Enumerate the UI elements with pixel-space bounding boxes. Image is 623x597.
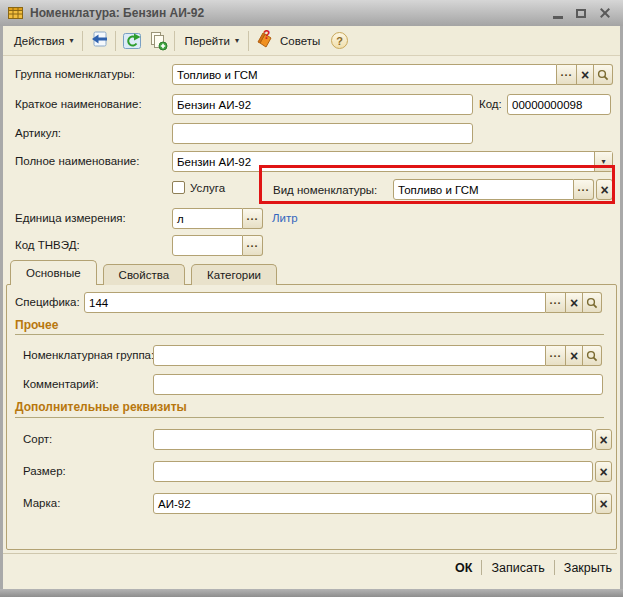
open-button[interactable]: [583, 292, 602, 313]
magnifier-icon: [586, 350, 598, 362]
magnifier-icon: [586, 297, 598, 309]
choose-button[interactable]: ...: [243, 235, 263, 256]
tab-main[interactable]: Основные: [10, 260, 97, 285]
other-section-header: Прочее: [15, 318, 58, 332]
service-label: Услуга: [190, 182, 225, 194]
toolbar-separator: [174, 31, 175, 51]
short-name-field[interactable]: Бензин АИ-92: [172, 94, 473, 115]
clear-icon[interactable]: ×: [595, 493, 612, 514]
ok-button[interactable]: ОК: [455, 561, 472, 575]
sort-field[interactable]: [153, 429, 593, 450]
choose-button[interactable]: ...: [574, 179, 594, 200]
nomenclature-icon: [8, 6, 23, 20]
actions-label: Действия: [14, 35, 64, 47]
kind-field[interactable]: Топливо и ГСМ ...: [393, 179, 594, 200]
refresh-icon: [121, 31, 143, 51]
tab-strip: Основные Свойства Категории: [10, 260, 277, 285]
section-divider: [15, 417, 604, 418]
tnved-label: Код ТНВЭД:: [15, 239, 80, 251]
close-icon[interactable]: [599, 7, 611, 19]
main-tab-panel: Специфика: 144 ... × Прочее Номенклатурн…: [6, 284, 617, 550]
tips-label: Советы: [280, 35, 320, 47]
specifics-label: Специфика:: [15, 296, 80, 308]
copy-new-button[interactable]: [145, 30, 171, 52]
toolbar-separator: [115, 31, 116, 51]
toolbar-separator: [248, 31, 249, 51]
actions-button[interactable]: Действия ▾: [8, 30, 79, 52]
save-close-button[interactable]: [86, 30, 112, 52]
clear-icon[interactable]: ×: [595, 429, 612, 450]
window-frame-bottom: [0, 589, 623, 597]
open-button[interactable]: [594, 64, 613, 85]
save-arrow-icon: [88, 31, 110, 51]
specifics-field[interactable]: 144 ... ×: [84, 292, 602, 313]
nomgroup-field[interactable]: ... ×: [153, 345, 602, 366]
chevron-down-icon: ▾: [69, 36, 73, 45]
group-field[interactable]: Топливо и ГСМ ... ×: [172, 64, 613, 85]
unit-field[interactable]: л ...: [172, 208, 263, 229]
footer-separator: [554, 560, 555, 575]
code-label: Код:: [479, 98, 502, 110]
choose-button[interactable]: ...: [546, 292, 566, 313]
size-field[interactable]: [153, 461, 593, 482]
write-button[interactable]: Записать: [491, 561, 544, 575]
open-button[interactable]: [583, 345, 602, 366]
brand-field[interactable]: АИ-92: [153, 493, 593, 514]
clear-icon[interactable]: ×: [577, 64, 594, 85]
unit-value[interactable]: л: [172, 208, 243, 229]
code-field[interactable]: 00000000098: [507, 94, 611, 115]
question-mark-icon: ?: [263, 28, 270, 42]
tnved-value[interactable]: [172, 235, 243, 256]
window-controls: [553, 0, 611, 26]
toolbar: Действия ▾: [3, 26, 620, 56]
goto-button[interactable]: Перейти ▾: [178, 30, 245, 52]
tnved-field[interactable]: ...: [172, 235, 263, 256]
kind-label: Вид номенклатуры:: [273, 184, 377, 196]
window-title: Номенклатура: Бензин АИ-92: [30, 6, 204, 20]
refresh-button[interactable]: [119, 30, 145, 52]
full-name-value[interactable]: Бензин АИ-92: [173, 152, 594, 171]
footer: ОК Записать Закрыть: [455, 560, 612, 575]
copy-add-icon: [147, 31, 169, 51]
minimize-icon[interactable]: [553, 16, 563, 19]
window-frame-left: [0, 26, 3, 597]
footer-divider: [3, 553, 617, 554]
tab-categories[interactable]: Категории: [191, 264, 277, 285]
comment-label: Комментарий:: [23, 378, 99, 390]
close-button[interactable]: Закрыть: [564, 561, 612, 575]
chevron-down-icon: ▾: [235, 36, 239, 45]
dropdown-icon[interactable]: ▾: [594, 152, 612, 171]
short-name-label: Краткое наименование:: [15, 98, 142, 110]
clear-icon[interactable]: ×: [566, 292, 583, 313]
size-label: Размер:: [23, 465, 66, 477]
section-divider: [15, 334, 604, 335]
sort-label: Сорт:: [23, 433, 52, 445]
magnifier-icon: [597, 69, 609, 81]
unit-label: Единица измерения:: [15, 212, 126, 224]
full-name-field[interactable]: Бензин АИ-92 ▾: [172, 151, 613, 172]
nomgroup-value[interactable]: [153, 345, 546, 366]
nomenclature-window: Номенклатура: Бензин АИ-92 Действия ▾: [0, 0, 623, 597]
toolbar-separator: [82, 31, 83, 51]
tab-properties[interactable]: Свойства: [103, 264, 186, 285]
titlebar: Номенклатура: Бензин АИ-92: [0, 0, 623, 26]
group-value[interactable]: Топливо и ГСМ: [172, 64, 557, 85]
comment-field[interactable]: [153, 374, 603, 395]
article-field[interactable]: [172, 123, 473, 144]
clear-icon[interactable]: ×: [595, 461, 612, 482]
tips-button[interactable]: ? Советы: [252, 31, 325, 50]
choose-button[interactable]: ...: [546, 345, 566, 366]
clear-icon[interactable]: ×: [596, 179, 613, 200]
goto-label: Перейти: [184, 35, 230, 47]
help-icon[interactable]: ?: [331, 32, 348, 49]
service-checkbox[interactable]: [172, 181, 185, 194]
choose-button[interactable]: ...: [243, 208, 263, 229]
clear-icon[interactable]: ×: [566, 345, 583, 366]
kind-value[interactable]: Топливо и ГСМ: [393, 179, 574, 200]
footer-separator: [481, 560, 482, 575]
choose-button[interactable]: ...: [557, 64, 577, 85]
additional-section-header: Дополнительные реквизиты: [15, 400, 187, 414]
specifics-value[interactable]: 144: [84, 292, 546, 313]
unit-link[interactable]: Литр: [272, 212, 298, 224]
maximize-icon[interactable]: [576, 9, 586, 18]
